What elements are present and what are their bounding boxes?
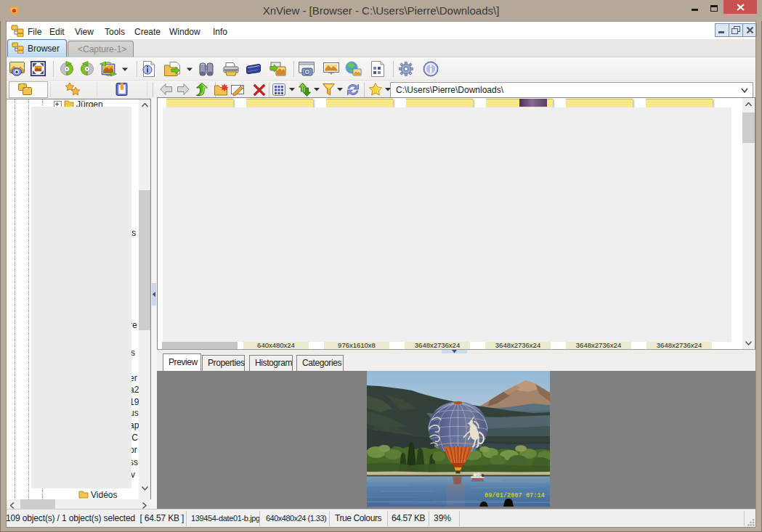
svg-text:09/01/2007 07:14: 09/01/2007 07:14 — [485, 492, 545, 499]
